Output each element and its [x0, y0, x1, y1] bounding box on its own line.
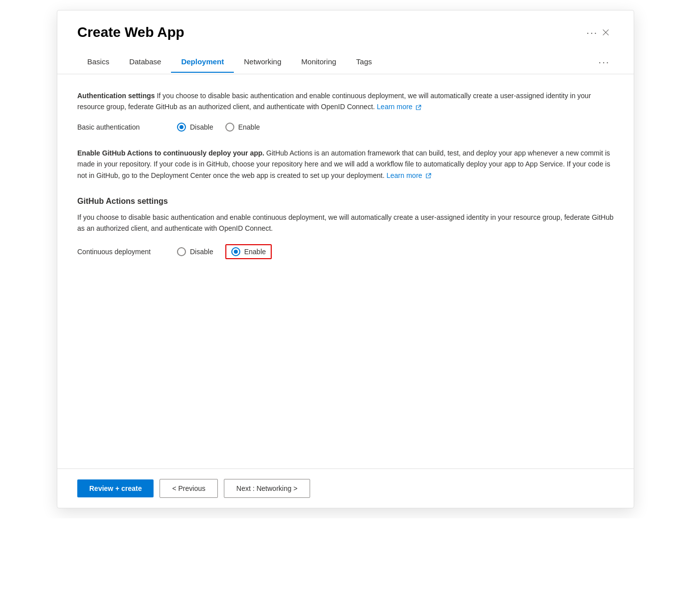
close-icon	[602, 28, 610, 36]
auth-settings-description: Authentication settings If you choose to…	[77, 90, 614, 113]
enable-option-highlighted[interactable]: Enable	[225, 244, 272, 259]
continuous-deployment-disable-option[interactable]: Disable	[177, 247, 213, 256]
github-actions-settings-section: GitHub Actions settings If you choose to…	[77, 197, 614, 259]
authentication-settings-section: Authentication settings If you choose to…	[77, 90, 614, 132]
create-web-app-dialog: Create Web App ··· Basics Database Deplo…	[57, 10, 634, 508]
tabs-more-options[interactable]: ···	[594, 50, 614, 74]
tab-networking[interactable]: Networking	[234, 51, 291, 73]
github-actions-heading: Enable GitHub Actions to continuously de…	[77, 149, 264, 157]
continuous-deployment-label: Continuous deployment	[77, 248, 177, 256]
dialog-header: Create Web App ···	[57, 10, 634, 50]
basic-auth-disable-label: Disable	[190, 123, 213, 131]
continuous-deployment-field-row: Continuous deployment Disable Enable	[77, 244, 614, 259]
tab-tags[interactable]: Tags	[346, 51, 382, 73]
next-button[interactable]: Next : Networking >	[224, 479, 310, 498]
continuous-deployment-radio-group: Disable Enable	[177, 244, 272, 259]
tab-bar: Basics Database Deployment Networking Mo…	[57, 50, 634, 74]
basic-auth-label: Basic authentication	[77, 123, 177, 131]
continuous-deployment-disable-radio[interactable]	[177, 247, 186, 256]
continuous-deployment-disable-label: Disable	[190, 248, 213, 256]
tab-basics[interactable]: Basics	[77, 51, 119, 73]
github-actions-description: Enable GitHub Actions to continuously de…	[77, 148, 614, 181]
auth-settings-heading: Authentication settings	[77, 92, 155, 100]
github-actions-section: Enable GitHub Actions to continuously de…	[77, 148, 614, 181]
continuous-deployment-enable-label: Enable	[244, 248, 266, 256]
review-create-button[interactable]: Review + create	[77, 479, 154, 497]
basic-auth-disable-option[interactable]: Disable	[177, 123, 213, 132]
content-area: Authentication settings If you choose to…	[57, 74, 634, 468]
auth-learn-more-link[interactable]: Learn more	[377, 103, 413, 111]
github-actions-external-link-icon	[425, 173, 431, 179]
continuous-deployment-enable-option[interactable]: Enable	[225, 244, 272, 259]
basic-auth-enable-option[interactable]: Enable	[225, 123, 260, 132]
continuous-deployment-enable-radio[interactable]	[231, 247, 240, 256]
basic-auth-enable-radio[interactable]	[225, 123, 234, 132]
basic-auth-radio-group: Disable Enable	[177, 123, 260, 132]
external-link-icon	[415, 105, 421, 111]
dialog-footer: Review + create < Previous Next : Networ…	[57, 469, 634, 508]
basic-auth-enable-label: Enable	[238, 123, 260, 131]
github-actions-learn-more-link[interactable]: Learn more	[386, 171, 422, 179]
tab-deployment[interactable]: Deployment	[171, 51, 234, 73]
close-button[interactable]	[598, 26, 614, 38]
header-more-options[interactable]: ···	[586, 27, 598, 38]
tab-monitoring[interactable]: Monitoring	[291, 51, 346, 73]
basic-auth-disable-radio[interactable]	[177, 123, 186, 132]
basic-auth-field-row: Basic authentication Disable Enable	[77, 123, 614, 132]
dialog-title: Create Web App	[77, 24, 580, 40]
github-actions-settings-description: If you choose to disable basic authentic…	[77, 212, 614, 234]
tab-database[interactable]: Database	[119, 51, 171, 73]
github-actions-settings-heading: GitHub Actions settings	[77, 197, 614, 206]
previous-button[interactable]: < Previous	[160, 479, 218, 498]
